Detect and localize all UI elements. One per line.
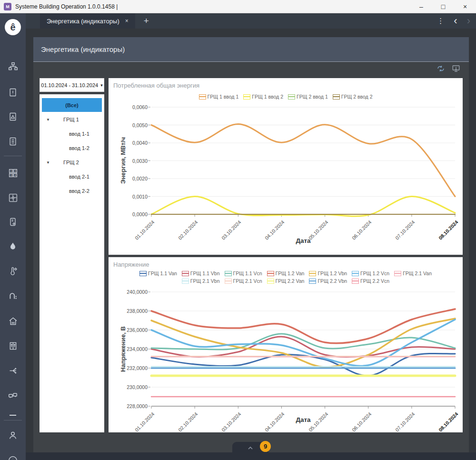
tree-item-grshch1[interactable]: ▼ ГРЩ 1: [40, 112, 104, 127]
tree-item-grshch2[interactable]: ▼ ГРЩ 2: [40, 155, 104, 170]
y-tick-label: 0,0020: [115, 176, 148, 181]
document-alarm-icon[interactable]: [0, 112, 26, 121]
chart-card-1: Напряжение ГРЩ 1.1 VanГРЩ 1.1 VbnГРЩ 1.1…: [109, 257, 463, 432]
y-tick-label: 0,0010: [115, 194, 148, 200]
controller-icon[interactable]: [0, 217, 26, 227]
send-to-screen-icon[interactable]: [452, 65, 460, 72]
chart-card-0: Потребленная общая энергия ГРЩ 1 ввод 1Г…: [109, 78, 463, 255]
tab-label: Энергетика (индикаторы): [47, 18, 119, 25]
tab-bar: Энергетика (индикаторы) × + ⋮ ‹ ›: [26, 13, 476, 29]
y-tick-label: 232,0000: [115, 365, 148, 371]
system-tree-icon[interactable]: [0, 61, 26, 71]
user-icon[interactable]: [0, 430, 26, 440]
date-range-value: 01.10.2024 - 31.10.2024: [41, 82, 98, 88]
window-titlebar: M Systeme Building Operation 1.0.0.1458 …: [0, 0, 476, 13]
schneider-logo-icon[interactable]: ê: [0, 19, 26, 35]
document-report-icon[interactable]: [0, 137, 26, 146]
water-drop-icon[interactable]: [0, 241, 26, 251]
app-icon: M: [4, 3, 11, 10]
svg-text:1: 1: [10, 170, 11, 172]
y-tick-label: 0,0000: [115, 211, 148, 217]
y-tick-label: 230,0000: [115, 384, 148, 390]
expand-caret-icon[interactable]: ▼: [46, 118, 50, 122]
window-title: Systeme Building Operation 1.0.0.1458 |: [15, 3, 118, 10]
tab-close-icon[interactable]: ×: [125, 18, 129, 24]
date-range-select[interactable]: 01.10.2024 - 31.10.2024 ▾: [40, 78, 104, 92]
fan-icon[interactable]: [0, 193, 26, 203]
collapse-dash-icon[interactable]: [10, 415, 16, 416]
tree-item-vvod-1-1[interactable]: ввод 1-1: [40, 127, 104, 141]
connector-icon[interactable]: [0, 390, 26, 400]
svg-text:3: 3: [10, 174, 11, 177]
y-tick-label: 0,0040: [115, 140, 148, 146]
y-tick-label: 234,0000: [115, 346, 148, 352]
chevron-down-icon: ▾: [100, 83, 103, 88]
y-tick-label: 236,0000: [115, 327, 148, 333]
svg-text:4: 4: [14, 174, 16, 177]
tree-item-vvod-2-1[interactable]: ввод 2-1: [40, 170, 104, 184]
info-icon[interactable]: [0, 455, 26, 460]
expand-caret-icon[interactable]: ▼: [46, 160, 50, 165]
forward-icon: ›: [467, 16, 470, 26]
close-button[interactable]: ×: [454, 0, 476, 13]
y-tick-label: 0,0060: [115, 104, 148, 110]
kebab-menu-icon[interactable]: ⋮: [437, 17, 444, 25]
tree-item-all[interactable]: (Все): [42, 98, 102, 112]
y-tick-label: 238,0000: [115, 308, 148, 314]
values-grid-icon[interactable]: 1234: [0, 168, 26, 178]
add-tab-button[interactable]: +: [144, 16, 149, 26]
maximize-button[interactable]: □: [432, 0, 454, 13]
temperature-icon[interactable]: [0, 266, 26, 276]
device-tree: (Все) ▼ ГРЩ 1 ввод 1-1 ввод 1-2 ▼ ГРЩ 2 …: [40, 94, 104, 432]
page-header: Энергетика (индикаторы): [33, 37, 469, 62]
chart-plot: [109, 257, 463, 432]
chevron-up-icon: [248, 446, 253, 450]
y-tick-label: 240,0000: [115, 289, 148, 295]
y-tick-label: 228,0000: [115, 403, 148, 409]
svg-text:2: 2: [14, 170, 16, 172]
tab-energy-indicators[interactable]: Энергетика (индикаторы) ×: [40, 13, 135, 29]
tab-content: Энергетика (индикаторы) 01.10.2024 - 31.…: [33, 37, 469, 452]
page-title: Энергетика (индикаторы): [41, 45, 125, 53]
nav-sidebar: ê 1234: [0, 13, 26, 460]
pipes-icon[interactable]: [0, 290, 26, 300]
elevator-icon[interactable]: [0, 341, 26, 351]
minimize-button[interactable]: –: [410, 0, 432, 13]
tree-item-vvod-2-2[interactable]: ввод 2-2: [40, 184, 104, 198]
tree-item-vvod-1-2[interactable]: ввод 1-2: [40, 141, 104, 155]
document-warning-icon[interactable]: [0, 88, 26, 97]
y-tick-label: 0,0050: [115, 122, 148, 128]
distribution-icon[interactable]: [0, 366, 26, 376]
back-icon[interactable]: ‹: [454, 16, 457, 26]
alarm-count-badge[interactable]: 9: [260, 441, 271, 452]
home-icon[interactable]: [0, 316, 26, 326]
y-tick-label: 0,0030: [115, 158, 148, 164]
refresh-icon[interactable]: [436, 65, 445, 72]
